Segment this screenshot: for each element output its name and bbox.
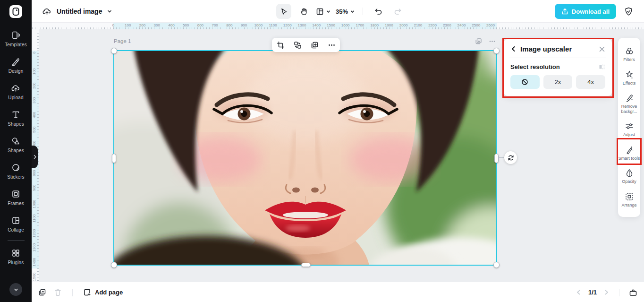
ruler-label: 2100 [414,23,422,27]
ellipsis-icon [328,41,336,49]
download-all-button[interactable]: Download all [555,4,616,19]
resolution-option-none[interactable] [510,75,540,89]
resize-handle-bottom[interactable] [301,263,311,267]
ruler-label: 1400 [32,258,36,267]
sidebar-item-label: Upload [8,95,23,100]
image-upscaler-panel: Image upscaler Select resolution 2x 4x [504,39,612,96]
back-chevron-icon[interactable] [510,46,517,52]
document-title[interactable]: Untitled image [57,8,102,15]
sidebar-item-plugins[interactable]: Plugins [0,243,32,270]
page-label[interactable]: Page 1 [114,38,131,44]
sidebar-item-design[interactable]: Design [0,52,32,78]
add-page-button[interactable]: Add page [83,288,123,296]
duplicate-page-icon[interactable] [38,288,46,296]
bottom-divider [619,289,619,296]
page-actions [475,38,496,45]
zoom-select[interactable]: 35% [336,8,355,15]
sidebar-expander-tab[interactable] [32,146,38,168]
sidebar-item-upload[interactable]: Upload [0,78,32,105]
shield-check-icon[interactable] [624,7,634,17]
sidebar-collapse-button[interactable] [9,283,22,296]
left-sidebar: Templates Design Upload Shapes Shapes St… [0,0,32,302]
resize-handle-right[interactable] [494,154,499,163]
section-label: Select resolution [510,63,598,70]
next-page-button[interactable] [603,289,610,295]
ruler-label: 0 [112,23,114,27]
ruler-label: 800 [226,23,232,27]
ruler-label: 2600 [486,23,495,27]
design-icon [11,57,21,67]
portrait-image[interactable] [114,51,497,265]
ruler-label: 700 [212,23,218,27]
canvas-tools-group: 35% [276,0,406,23]
ruler-label: 1200 [283,23,292,27]
plugins-icon [11,248,21,258]
ruler-label: 900 [241,23,247,27]
ruler-label: 2300 [443,23,451,27]
hand-tool-button[interactable] [296,4,311,19]
redo-button[interactable] [390,4,406,19]
ruler-label: 300 [32,97,36,104]
selection-toolbar [272,38,340,52]
sidebar-item-shapes[interactable]: Shapes [0,131,32,158]
sidebar-item-stickers[interactable]: Stickers [0,158,32,184]
replace-button[interactable] [291,39,304,51]
compare-icon[interactable] [598,63,605,70]
canvas-page[interactable] [114,51,497,265]
upscaler-header: Image upscaler [510,45,605,53]
sidebar-item-label: Design [8,69,24,74]
toolbar-divider [363,8,363,15]
page-more-icon[interactable] [489,38,496,45]
undo-button[interactable] [371,4,386,19]
duplicate-icon [311,41,319,49]
tool-remove-background[interactable]: Remove backgr... [618,89,640,118]
tool-label: Filters [619,57,640,62]
redo-icon [394,7,402,16]
present-icon[interactable] [629,288,637,297]
bottom-bar: Add page 1/1 [32,282,644,302]
ruler-label: 1600 [341,23,350,27]
tool-filters[interactable]: Filters [618,43,640,66]
tool-adjust[interactable]: Adjust [618,118,640,141]
sidebar-item-frames[interactable]: Frames [0,184,32,211]
tool-opacity[interactable]: Opacity [618,164,640,188]
chevron-right-icon [33,155,37,159]
duplicate-button[interactable] [308,39,321,51]
ruler-label: 2200 [428,23,437,27]
sidebar-item-templates[interactable]: Templates [0,26,32,52]
resize-handle-left[interactable] [112,154,116,163]
prev-page-button[interactable] [576,289,582,295]
add-page-label: Add page [95,289,123,296]
tool-effects[interactable]: Effects [618,66,640,90]
resize-handle-top-right[interactable] [493,48,500,54]
hand-icon [300,8,308,16]
tool-smart-tools[interactable]: Smart tools [618,141,640,165]
sidebar-divider [8,240,25,241]
resize-handle-bottom-right[interactable] [493,262,500,268]
panel-title: Image upscaler [520,45,599,53]
delete-page-icon[interactable] [54,288,62,296]
tool-arrange[interactable]: Arrange [618,188,640,212]
resolution-option-4x[interactable]: 4x [576,75,605,89]
resolution-option-2x[interactable]: 2x [543,75,573,89]
chevron-down-icon[interactable] [107,9,112,14]
arrange-icon [625,192,634,201]
duplicate-page-icon[interactable] [475,38,482,45]
remove-background-icon [625,93,634,103]
close-icon[interactable] [599,46,605,52]
chevron-down-icon [326,9,331,14]
sidebar-item-text[interactable]: Shapes [0,105,32,131]
resize-handle-bottom-left[interactable] [111,262,117,268]
ruler-label: 1200 [32,229,36,238]
ruler-label: 1900 [385,23,393,27]
rotate-button[interactable] [504,151,517,164]
bottom-divider [72,289,73,296]
more-options-button[interactable] [325,39,338,51]
resize-menu-button[interactable] [316,8,331,16]
resize-handle-top-left[interactable] [111,48,117,54]
sidebar-item-collage[interactable]: Collage [0,211,32,237]
rotate-icon [508,155,514,161]
select-tool-button[interactable] [276,4,291,19]
crop-button[interactable] [274,39,287,51]
app-logo-icon[interactable] [9,5,22,18]
